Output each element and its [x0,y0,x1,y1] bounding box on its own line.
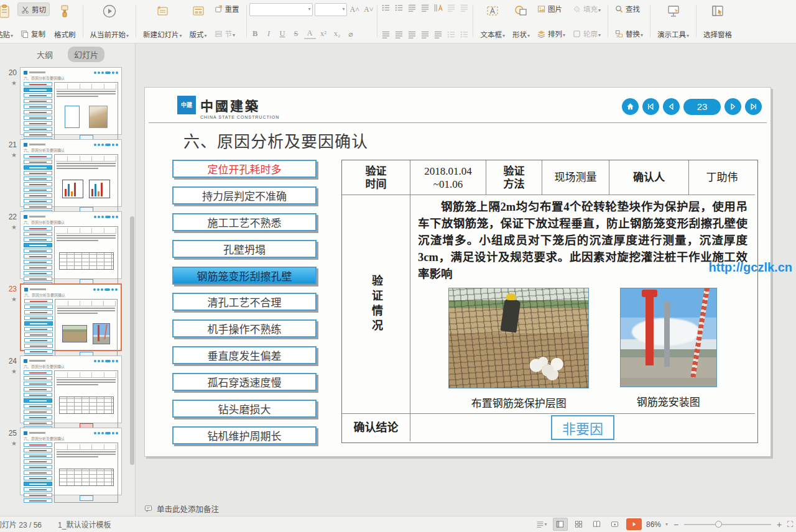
align-center-button[interactable] [394,30,404,39]
reading-view-icon[interactable] [590,518,604,530]
cause-button[interactable]: 孔壁坍塌 [172,240,317,258]
home-icon[interactable] [622,98,639,115]
increase-font-button[interactable]: A˄ [349,5,361,14]
cause-button[interactable]: 钻机维护周期长 [172,426,317,444]
copy-button[interactable]: 复制 [17,27,50,40]
slide-thumbnail[interactable]: 六、原因分析及要因确认 [20,67,122,135]
previous-slide-icon[interactable] [663,98,680,115]
cause-button[interactable]: 孤石穿透速度慢 [172,373,317,391]
increase-indent-button[interactable] [420,3,430,12]
outline-button[interactable]: 轮廓▾ [570,27,604,40]
section-button[interactable]: 节▾ [211,27,243,40]
cause-button[interactable]: 钻头磨损大 [172,400,317,418]
slide-title[interactable]: 六、原因分析及要因确认 [183,129,368,152]
thumb-nav-dot [105,216,111,218]
thumb-header-cell [92,372,104,377]
align-left-button[interactable] [381,30,391,39]
find-button[interactable]: 查找 [612,2,646,15]
thumb-text-line [57,91,116,92]
zoom-slider-thumb[interactable] [715,521,722,528]
font-size-select[interactable]: ▾ [315,3,347,16]
cause-button[interactable]: 施工工艺不熟悉 [172,213,317,231]
superscript-button[interactable]: x² [318,29,330,39]
cut-button[interactable]: 剪切 [17,2,50,16]
sidebar-scrollbar[interactable] [130,216,134,465]
drill-rig-photo[interactable] [620,288,717,387]
paste-button[interactable]: 粘贴▾ [0,2,16,40]
thumb-pill-text [30,334,48,336]
decrease-font-button[interactable]: A˅ [363,5,374,14]
notes-toggle-icon[interactable]: ▾ [535,518,548,530]
tab-outline[interactable]: 大纲 [30,47,59,62]
underline-button[interactable]: U [277,29,289,39]
line-spacing-button[interactable] [460,3,469,12]
decrease-indent-button[interactable] [407,3,417,12]
subscript-button[interactable]: x₂ [331,29,343,39]
fill-button[interactable]: 填充▾ [570,2,604,15]
zoom-level[interactable]: 86% [646,520,661,529]
layout-button[interactable]: 版式▾ [187,2,210,40]
zoom-in-button[interactable]: + [775,520,783,530]
paragraph-settings-button[interactable] [460,30,469,39]
last-slide-icon[interactable] [745,98,762,115]
presentation-tools-button[interactable]: 演示工具▾ [654,2,692,40]
italic-button[interactable]: I [263,29,275,39]
slide-23[interactable]: 中建 中國建築 CHINA STATE CONSTRUCTION 23 六、原因 [144,87,771,457]
slide-thumbnail[interactable]: 六、原因分析及要因确认 [20,283,122,351]
notes-bar[interactable]: 单击此处添加备注 [136,501,796,516]
slide-thumbnail[interactable]: 六、原因分析及要因确认 [20,211,122,279]
thumb-header-cell [68,228,80,233]
strikethrough-button[interactable]: S [290,29,302,39]
slide-thumbnail[interactable]: 六、原因分析及要因确认 [20,355,122,423]
font-family-select[interactable]: ▾ [249,3,313,16]
align-right-button[interactable] [407,30,417,39]
distribute-button[interactable] [433,30,443,39]
bold-button[interactable]: B [249,29,261,39]
thumb-cause-list [24,299,53,359]
selection-pane-button[interactable]: 选择窗格 [700,2,735,40]
replace-button[interactable]: 替换▾ [612,27,646,40]
cause-button[interactable]: 持力层判定不准确 [172,186,317,204]
new-slide-button[interactable]: 新建幻灯片▾ [140,2,185,40]
fit-to-window-icon[interactable]: ⛶ [787,520,794,530]
format-painter-button[interactable]: 格式刷 [51,2,79,40]
shape-button[interactable]: 形状▾ [509,2,533,40]
text-box-style-button[interactable] [447,3,456,12]
text-direction-button[interactable] [433,3,443,12]
next-slide-icon[interactable] [724,98,741,115]
play-slideshow-button[interactable] [626,518,642,530]
slideshow-view-icon[interactable] [608,518,622,530]
textbox-button[interactable]: 文本框▾ [477,2,508,40]
arrange-button[interactable]: 排列▾ [534,27,568,40]
zoom-out-button[interactable]: − [672,520,680,530]
numbering-button[interactable] [394,3,404,12]
verification-table[interactable]: 验证 时间 2018.01.04 ~01.06 验证 方法 现场测量 确认人 丁… [341,160,758,443]
picture-button[interactable]: 图片 [534,2,568,15]
font-color-button[interactable]: A [304,29,316,39]
thumb-text-line [57,168,98,169]
slide-thumbnail[interactable]: 六、原因分析及要因确认 [20,428,122,495]
cause-button[interactable]: 清孔工艺不合理 [172,293,317,311]
thumb-text-line [57,163,116,164]
zoom-slider-track[interactable] [684,524,771,525]
cause-button[interactable]: 定位开孔耗时多 [172,160,317,178]
thumb-crane-boom [104,324,107,339]
template-name[interactable]: 1_默认设计模板 [58,519,111,530]
slide-sorter-view-icon[interactable] [572,518,586,530]
thumb-pill-text [29,389,47,390]
thumb-text-lines [57,163,116,170]
rebar-cage-photo[interactable] [448,288,589,388]
justify-button[interactable] [420,30,430,39]
normal-view-icon[interactable] [553,518,568,531]
slide-thumbnail[interactable]: 六、原因分析及要因确认 [20,139,122,207]
clear-format-button[interactable]: ⌀ [345,29,357,39]
bullets-button[interactable] [381,3,391,12]
cause-button[interactable]: 垂直度发生偏差 [172,346,317,364]
cause-button[interactable]: 钢筋笼变形刮擦孔壁 [172,267,317,285]
list-level-button[interactable] [447,30,456,39]
cause-button[interactable]: 机手操作不熟练 [172,319,317,337]
first-slide-icon[interactable] [642,98,659,115]
reset-button[interactable]: 重置 [211,2,243,15]
start-from-current-button[interactable]: 从当前开始▾ [87,2,132,40]
tab-slides[interactable]: 幻灯片 [68,47,104,62]
